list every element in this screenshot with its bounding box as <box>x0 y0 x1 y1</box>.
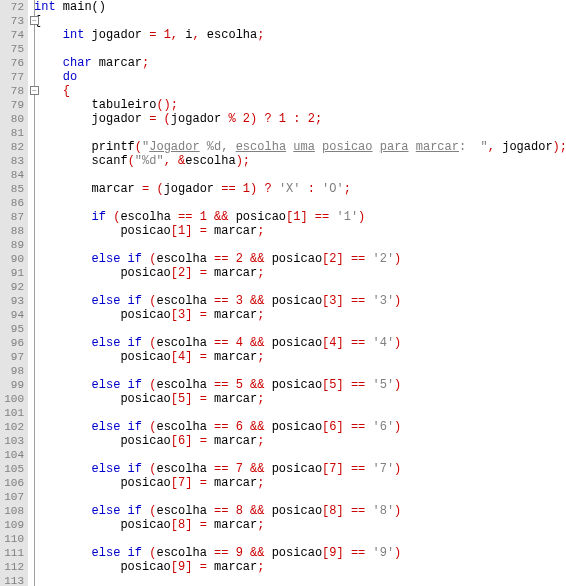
code-line[interactable]: else if (escolha == 3 && posicao[3] == '… <box>34 294 566 308</box>
token-txt <box>300 182 307 196</box>
code-line[interactable]: posicao[3] = marcar; <box>34 308 566 322</box>
code-line[interactable]: posicao[6] = marcar; <box>34 434 566 448</box>
code-line[interactable]: posicao[8] = marcar; <box>34 518 566 532</box>
code-line[interactable] <box>34 322 566 336</box>
token-txt <box>228 504 235 518</box>
token-ch: '1' <box>336 210 358 224</box>
code-editor[interactable]: 7273747576777879808182838485868788899091… <box>0 0 566 586</box>
token-op: ] == <box>336 462 365 476</box>
token-kw: else if <box>92 420 142 434</box>
line-number: 100 <box>2 392 24 406</box>
token-op: ; <box>257 476 264 490</box>
token-num: 1 <box>243 182 250 196</box>
code-line[interactable]: posicao[1] = marcar; <box>34 224 566 238</box>
code-line[interactable]: do <box>34 70 566 84</box>
token-op: ] = <box>185 434 207 448</box>
token-op: ; <box>142 56 149 70</box>
code-line[interactable]: else if (escolha == 9 && posicao[9] == '… <box>34 546 566 560</box>
code-line[interactable]: { <box>34 14 566 28</box>
code-line[interactable]: posicao[4] = marcar; <box>34 350 566 364</box>
line-number: 78 <box>2 84 24 98</box>
code-line[interactable] <box>34 196 566 210</box>
token-txt <box>34 210 92 224</box>
code-line[interactable]: else if (escolha == 2 && posicao[2] == '… <box>34 252 566 266</box>
token-txt: posicao <box>264 378 322 392</box>
token-op: , <box>171 28 178 42</box>
token-txt <box>272 112 279 126</box>
token-op: ) <box>394 420 401 434</box>
token-op: (); <box>156 98 178 112</box>
token-txt <box>34 28 63 42</box>
code-line[interactable]: else if (escolha == 7 && posicao[7] == '… <box>34 462 566 476</box>
code-line[interactable] <box>34 42 566 56</box>
code-line[interactable]: marcar = (jogador == 1) ? 'X' : 'O'; <box>34 182 566 196</box>
code-line[interactable]: posicao[5] = marcar; <box>34 392 566 406</box>
token-ch: 'O' <box>322 182 344 196</box>
token-str: %d, <box>200 140 236 154</box>
token-txt: printf <box>34 140 135 154</box>
token-txt <box>192 210 199 224</box>
line-number-gutter: 7273747576777879808182838485868788899091… <box>0 0 28 586</box>
code-line[interactable] <box>34 448 566 462</box>
code-line[interactable]: posicao[2] = marcar; <box>34 266 566 280</box>
token-txt <box>243 378 250 392</box>
line-number: 84 <box>2 168 24 182</box>
token-txt: marcar <box>34 182 142 196</box>
token-op: && <box>250 420 264 434</box>
code-line[interactable]: jogador = (jogador % 2) ? 1 : 2; <box>34 112 566 126</box>
token-str-u: posicao <box>322 140 372 154</box>
token-txt <box>34 546 92 560</box>
code-line[interactable]: else if (escolha == 4 && posicao[4] == '… <box>34 336 566 350</box>
token-op: [ <box>171 518 178 532</box>
token-op: && <box>250 336 264 350</box>
code-area[interactable]: int main(){ int jogador = 1, i, escolha;… <box>28 0 566 586</box>
code-line[interactable]: printf("Jogador %d, escolha uma posicao … <box>34 140 566 154</box>
code-line[interactable] <box>34 574 566 586</box>
token-txt <box>34 294 92 308</box>
code-line[interactable]: char marcar; <box>34 56 566 70</box>
line-number: 80 <box>2 112 24 126</box>
code-line[interactable] <box>34 490 566 504</box>
token-op: ( <box>128 154 135 168</box>
token-txt <box>34 504 92 518</box>
line-number: 103 <box>2 434 24 448</box>
code-line[interactable]: if (escolha == 1 && posicao[1] == '1') <box>34 210 566 224</box>
code-line[interactable]: int jogador = 1, i, escolha; <box>34 28 566 42</box>
token-op: ] = <box>185 560 207 574</box>
code-line[interactable]: posicao[9] = marcar; <box>34 560 566 574</box>
code-line[interactable] <box>34 406 566 420</box>
token-op: ; <box>257 224 264 238</box>
token-txt <box>315 182 322 196</box>
token-txt <box>236 112 243 126</box>
code-line[interactable]: int main() <box>34 0 566 14</box>
token-txt <box>228 294 235 308</box>
code-line[interactable]: else if (escolha == 6 && posicao[6] == '… <box>34 420 566 434</box>
line-number: 81 <box>2 126 24 140</box>
code-line[interactable] <box>34 238 566 252</box>
code-line[interactable] <box>34 280 566 294</box>
token-num: 4 <box>236 336 243 350</box>
code-line[interactable] <box>34 532 566 546</box>
token-txt: posicao <box>34 350 171 364</box>
token-op: ] == <box>336 294 365 308</box>
code-line[interactable]: tabuleiro(); <box>34 98 566 112</box>
token-ch: '7' <box>373 462 395 476</box>
token-kw: else if <box>92 336 142 350</box>
code-line[interactable]: scanf("%d", &escolha); <box>34 154 566 168</box>
token-op: == <box>214 336 228 350</box>
token-num: 5 <box>236 378 243 392</box>
fold-toggle-icon[interactable]: − <box>30 16 39 25</box>
fold-toggle-icon[interactable]: − <box>30 86 39 95</box>
line-number: 106 <box>2 476 24 490</box>
code-line[interactable] <box>34 126 566 140</box>
line-number: 79 <box>2 98 24 112</box>
token-str <box>409 140 416 154</box>
code-line[interactable]: else if (escolha == 5 && posicao[5] == '… <box>34 378 566 392</box>
code-line[interactable]: posicao[7] = marcar; <box>34 476 566 490</box>
token-txt <box>228 420 235 434</box>
code-line[interactable]: else if (escolha == 8 && posicao[8] == '… <box>34 504 566 518</box>
token-op: ; <box>257 28 264 42</box>
code-line[interactable]: { <box>34 84 566 98</box>
code-line[interactable] <box>34 364 566 378</box>
code-line[interactable] <box>34 168 566 182</box>
